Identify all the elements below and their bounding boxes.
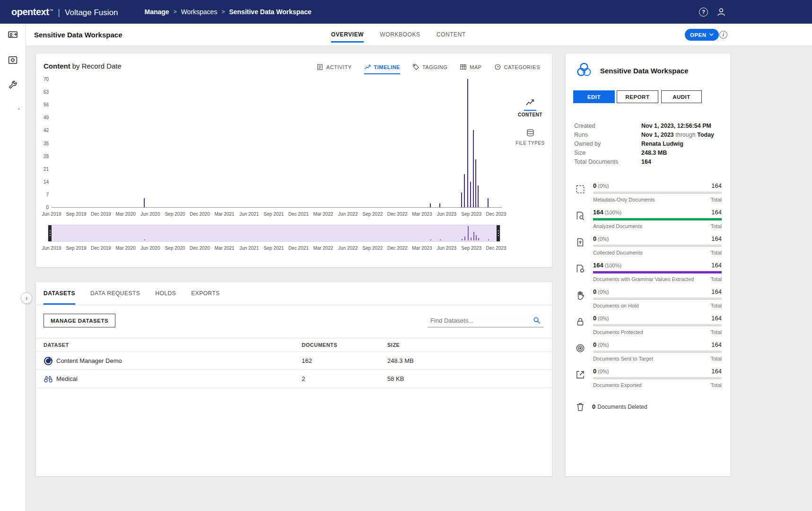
chart-spike xyxy=(430,203,431,207)
brush-spike xyxy=(488,239,489,240)
x-axis-tick-label: Jun 2019 xyxy=(42,246,61,251)
field-owned-by: Owned by Renata Ludwig xyxy=(574,141,722,149)
column-dataset: DATASET xyxy=(44,342,69,348)
tab-holds[interactable]: HOLDS xyxy=(155,282,176,305)
export-icon xyxy=(575,370,585,380)
tab-exports[interactable]: EXPORTS xyxy=(191,282,220,305)
x-axis-tick-label: Dec 2019 xyxy=(91,211,111,217)
dataset-name: Medical xyxy=(56,375,78,382)
view-map[interactable]: MAP xyxy=(460,63,481,70)
brush-handle-right[interactable] xyxy=(497,225,500,241)
breadcrumb: Manage > Workspaces > Sensitive Data Wor… xyxy=(145,8,312,16)
brush-spike xyxy=(144,239,145,240)
brush-spike xyxy=(471,238,471,240)
activity-icon xyxy=(316,63,323,70)
x-axis-tick-label: Mar 2023 xyxy=(412,211,432,217)
tab-content[interactable]: CONTENT xyxy=(437,24,466,45)
rail-chevron-icon[interactable]: › xyxy=(18,106,20,111)
view-map-label: MAP xyxy=(470,64,481,70)
x-axis-tick-label: Dec 2020 xyxy=(190,211,210,217)
brush-axis-labels: Jun 2019Sep 2019Dec 2019Mar 2020Jun 2020… xyxy=(48,246,500,252)
file-types-database-icon xyxy=(526,129,535,137)
stat-label: Documents with Grammar Values Extracted xyxy=(593,276,694,282)
x-axis-tick-label: Sep 2022 xyxy=(362,211,383,217)
stat-total-label: Total xyxy=(711,276,722,282)
help-icon[interactable]: ? xyxy=(699,8,708,17)
breadcrumb-workspaces[interactable]: Workspaces xyxy=(181,8,218,16)
x-axis-tick-label: Sep 2020 xyxy=(165,246,185,251)
manage-datasets-button[interactable]: MANAGE DATASETS xyxy=(44,314,115,327)
dataset-row-content-manager-demo[interactable]: Content Manager Demo 162 248.3 MB xyxy=(36,352,552,370)
chart-title-rest: by Record Date xyxy=(72,62,122,70)
stat-total: 164 xyxy=(711,262,722,269)
expand-panel-button[interactable]: › xyxy=(21,292,32,304)
dataset-name: Content Manager Demo xyxy=(56,357,122,364)
scans-nav-icon[interactable] xyxy=(7,54,18,66)
stat-total: 164 xyxy=(711,288,722,295)
edit-button[interactable]: EDIT xyxy=(573,90,615,103)
x-axis-tick-label: Jun 2023 xyxy=(437,246,456,251)
view-tagging[interactable]: TAGGING xyxy=(412,63,447,70)
top-navbar: opentext ™ | Voltage Fusion Manage > Wor… xyxy=(0,0,812,24)
brand-divider: | xyxy=(58,8,60,18)
stat-total: 164 xyxy=(711,315,722,322)
mode-content[interactable]: CONTENT xyxy=(511,98,549,117)
app-root: opentext ™ | Voltage Fusion Manage > Wor… xyxy=(0,0,812,511)
brush-handle-left[interactable] xyxy=(48,225,52,241)
dataset-documents: 162 xyxy=(302,357,312,364)
mode-file-types[interactable]: FILE TYPES xyxy=(511,129,549,146)
content-manager-icon xyxy=(44,356,53,366)
workspace-details-panel: Sensitive Data Workspace EDIT REPORT AUD… xyxy=(565,53,731,476)
stat-total-label: Total xyxy=(711,197,722,203)
field-size: Size 248.3 MB xyxy=(574,150,722,158)
x-axis-labels: Jun 2019Sep 2019Dec 2019Mar 2020Jun 2020… xyxy=(52,211,502,218)
chart-spike xyxy=(461,193,462,207)
content-by-record-date-card: Contentby Record Date ACTIVITY TIMELINE … xyxy=(35,53,552,267)
datasets-card: DATASETS DATA REQUESTS HOLDS EXPORTS MAN… xyxy=(35,282,552,476)
x-axis-tick-label: Jun 2020 xyxy=(140,211,160,217)
stat-label: Documents on Hold xyxy=(593,303,639,308)
open-button[interactable]: OPEN xyxy=(685,29,719,41)
admin-wrench-icon[interactable] xyxy=(7,79,18,91)
stat-progress-bar xyxy=(593,192,722,194)
workspaces-nav-icon[interactable] xyxy=(7,30,18,41)
tab-workbooks[interactable]: WORKBOOKS xyxy=(380,24,420,45)
x-axis-tick-label: Dec 2023 xyxy=(486,211,506,217)
view-activity-label: ACTIVITY xyxy=(326,64,352,70)
field-label: Total Documents xyxy=(574,159,618,165)
dataset-row-medical[interactable]: Medical 2 58 KB xyxy=(36,370,552,388)
tab-overview[interactable]: OVERVIEW xyxy=(331,24,364,45)
stat-total-label: Total xyxy=(711,356,722,361)
x-axis-tick-label: Mar 2022 xyxy=(313,211,333,217)
x-axis-tick-label: Dec 2022 xyxy=(387,211,408,217)
info-icon[interactable]: i xyxy=(719,31,727,39)
view-activity[interactable]: ACTIVITY xyxy=(316,63,352,70)
field-label: Owned by xyxy=(574,141,601,147)
stat-label: Analyzed Documents xyxy=(593,223,642,229)
audit-button[interactable]: AUDIT xyxy=(661,90,702,103)
user-account-icon[interactable] xyxy=(716,7,726,17)
report-button[interactable]: REPORT xyxy=(617,90,658,103)
x-axis-tick-label: Dec 2022 xyxy=(387,246,408,251)
trademark-symbol: ™ xyxy=(49,9,53,13)
brush-spike xyxy=(462,239,463,240)
x-axis-tick-label: Jun 2020 xyxy=(140,246,160,251)
tab-data-requests[interactable]: DATA REQUESTS xyxy=(90,282,140,305)
stat-protected: 0(0%) 164 Documents Protected Total xyxy=(566,315,730,341)
x-axis-tick-label: Sep 2023 xyxy=(461,246,481,251)
view-timeline[interactable]: TIMELINE xyxy=(364,63,400,70)
chevron-down-icon xyxy=(709,33,714,36)
breadcrumb-manage[interactable]: Manage xyxy=(145,8,169,16)
x-axis-tick-label: Dec 2021 xyxy=(288,211,309,217)
view-categories[interactable]: CATEGORIES xyxy=(494,63,540,70)
stat-label: Documents Deleted xyxy=(597,404,647,410)
datasets-tabs: DATASETS DATA REQUESTS HOLDS EXPORTS xyxy=(36,282,552,305)
tab-datasets[interactable]: DATASETS xyxy=(44,282,75,305)
y-axis-tick-label: 14 xyxy=(35,179,49,185)
opentext-logo: opentext ™ | Voltage Fusion xyxy=(11,7,118,18)
search-input[interactable] xyxy=(428,317,533,324)
view-tagging-label: TAGGING xyxy=(422,64,447,70)
search-icon[interactable] xyxy=(533,317,541,324)
timeline-range-selector[interactable] xyxy=(48,225,500,242)
field-label: Size xyxy=(574,150,585,156)
